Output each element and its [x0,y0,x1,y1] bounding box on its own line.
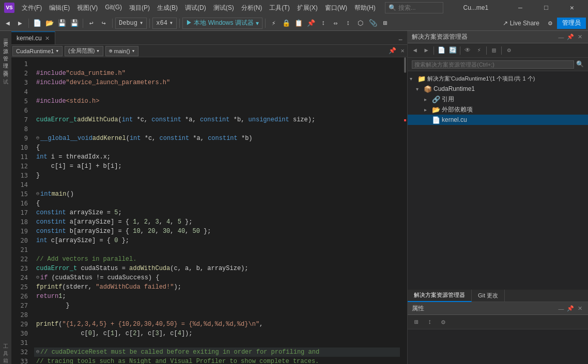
se-filter-button[interactable]: ⚡ [474,45,484,56]
menu-test[interactable]: 测试(S) [210,3,237,13]
menu-edit[interactable]: 编辑(E) [46,3,73,13]
se-file-node[interactable]: ▸ 📄 kernel.cu [408,115,588,125]
redo-button[interactable]: ↪ [98,18,110,29]
code-line-3: #include "device_launch_parameters.h" [34,78,400,87]
global-scope-dropdown[interactable]: (全局范围) ▾ [65,46,103,56]
se-forward-button[interactable]: ▶ [421,45,431,56]
se-refresh-button[interactable]: 🔄 [447,45,458,56]
arch-dropdown[interactable]: x64 ▾ [152,18,177,29]
back-button[interactable]: ◀ [2,18,13,29]
tab-close-button[interactable]: ✕ [45,35,50,42]
se-tab-git-changes[interactable]: Git 更改 [472,290,505,302]
code-line-17: const int arraySize = 5; [34,208,400,217]
minimize-button[interactable]: — [508,0,532,15]
line-numbers: 12345 678910 1112131415 1617181920 21222… [11,57,32,364]
editor-close-button[interactable]: ✕ [398,46,407,56]
scope-dropdown[interactable]: CudaRuntime1 ▾ [12,46,63,56]
se-back-button[interactable]: ◀ [410,45,420,56]
editor-scrollbar[interactable] [400,57,407,364]
toolbar-btn-1[interactable]: ⚡ [268,18,280,29]
toolbar-btn-9[interactable]: 📎 [367,18,379,29]
debug-config-dropdown[interactable]: Debug ▾ [115,18,147,29]
code-line-19: const int b[arraySize] = { 10, 20, 30, 4… [34,227,400,236]
editor-tab-kernel[interactable]: kernel.cu ✕ [11,31,55,44]
menu-help[interactable]: 帮助(H) [351,3,379,13]
se-pin-button[interactable]: 📌 [566,33,575,41]
se-toolbar: ◀ ▶ 📄 🔄 👁 ⚡ ▤ ⚙ [408,43,588,58]
menu-file[interactable]: 文件(F) [19,3,45,13]
new-file-button[interactable]: 📄 [32,18,43,29]
menu-extensions[interactable]: 扩展(X) [294,3,321,13]
toolbar-btn-3[interactable]: 📋 [293,18,304,29]
run-button[interactable]: ▶ 本地 Windows 调试器 ▾ [182,18,262,29]
se-settings-button[interactable]: ⚙ [504,45,514,56]
editor-pin-button[interactable]: 📌 [388,46,397,56]
menu-git[interactable]: Git(G) [102,3,125,13]
toolbar-btn-4[interactable]: 📌 [305,18,317,29]
settings-button[interactable]: ⚙ [545,18,556,29]
forward-button[interactable]: ▶ [14,18,26,29]
se-show-all-button[interactable]: 👁 [462,45,473,56]
maximize-button[interactable]: □ [534,0,558,15]
se-project-label: CudaRuntime1 [434,85,475,92]
props-header-buttons: — 📌 ✕ [557,305,584,313]
toolbar-btn-6[interactable]: ⇔ [330,18,342,29]
props-page-button[interactable]: ⚙ [438,316,449,328]
menu-view[interactable]: 视图(V) [74,3,101,13]
code-line-11: int i = threadIdx.x; [34,152,400,162]
save-all-button[interactable]: 💾 [69,18,80,29]
close-button[interactable]: ✕ [560,0,584,15]
se-collapse-all-button[interactable]: ▤ [489,45,499,56]
menu-tools[interactable]: 工具(T) [266,3,292,13]
code-editor[interactable]: #include "cuda_runtime.h" #include "devi… [32,57,400,364]
title-search-box[interactable]: 🔍 [385,2,443,13]
project-icon: 📦 [424,85,432,93]
props-collapse-button[interactable]: — [557,305,565,313]
toolbar-separator-1 [28,19,29,28]
menu-build[interactable]: 生成(B) [154,3,181,13]
undo-button[interactable]: ↩ [86,18,97,29]
se-search-input[interactable] [412,60,574,69]
activity-item-2[interactable]: 资源管理器 [1,51,11,67]
toolbar-btn-7[interactable]: ↕ [343,18,354,29]
se-external-deps-node[interactable]: ▸ 📂 外部依赖项 [408,104,588,115]
toolbar-btn-2[interactable]: 🔒 [281,18,292,29]
open-file-button[interactable]: 📂 [44,18,55,29]
toolbar-btn-10[interactable]: ⊞ [380,18,391,29]
se-header-buttons: — 📌 ✕ [557,33,584,41]
props-grid-button[interactable]: ⊞ [411,316,422,328]
menu-window[interactable]: 窗口(W) [322,3,350,13]
se-solution-node[interactable]: ▾ 📁 解决方案'CudaRuntime1'(1 个项目/共 1 个) [408,73,588,84]
activity-item-bottom[interactable]: 工具箱 [1,345,11,362]
activity-item-3[interactable]: 调试 [1,70,11,87]
se-references-node[interactable]: ▸ 🔗 引用 [408,94,588,104]
se-tab-solution-explorer[interactable]: 解决方案资源管理器 [408,290,472,302]
vs-logo: VS [4,3,14,13]
code-line-26: return 1; [34,292,400,301]
menu-project[interactable]: 项目(P) [126,3,153,13]
props-close-button[interactable]: ✕ [576,305,584,313]
references-icon: 🔗 [432,96,440,103]
code-line-7: cudaError_t addWithCuda(int *c, const in… [34,115,400,124]
manage-button[interactable]: 管理员 [557,18,586,29]
toolbar-btn-5[interactable]: ↕ [318,18,329,29]
props-sort-button[interactable]: ↕ [424,316,436,328]
se-project-node[interactable]: ▾ 📦 CudaRuntime1 [408,84,588,94]
code-line-30: c[0], c[1], c[2], c[3], c[4]); [34,329,400,338]
member-dropdown[interactable]: ⊕ main() ▾ [105,46,138,56]
code-line-10: { [34,143,400,152]
menu-debug[interactable]: 调试(D) [182,3,209,13]
se-properties-button[interactable]: 📄 [436,45,446,56]
code-line-4 [34,87,400,97]
tab-overflow-button[interactable]: ⋯ [396,35,405,44]
se-collapse-button[interactable]: — [557,33,565,41]
se-solution-label: 解决方案'CudaRuntime1'(1 个项目/共 1 个) [427,75,535,83]
toolbar-btn-8[interactable]: ⬡ [355,18,366,29]
se-close-button[interactable]: ✕ [576,33,584,41]
live-share-button[interactable]: ↗ Live Share [499,18,544,29]
props-pin-button[interactable]: 📌 [566,305,575,313]
toolbar-separator-5 [179,19,180,28]
save-button[interactable]: 💾 [56,18,68,29]
title-search-input[interactable] [398,4,440,11]
menu-analyze[interactable]: 分析(N) [238,3,266,13]
